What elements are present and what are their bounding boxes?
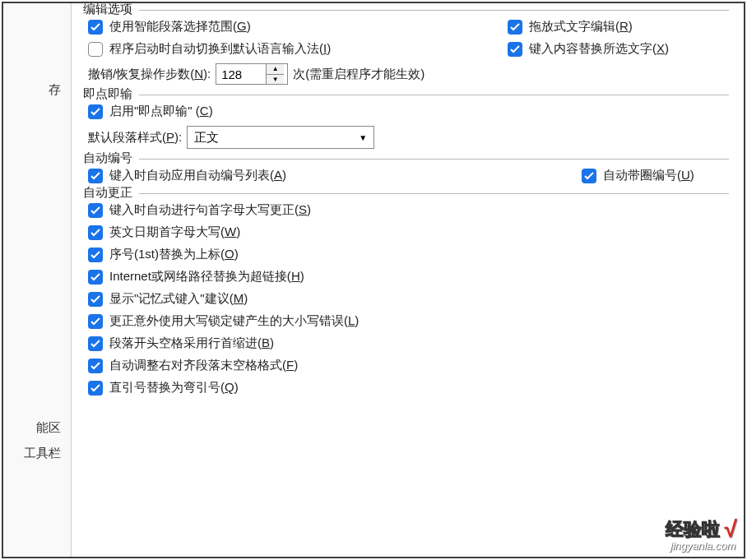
- sidebar-item-ribbon[interactable]: 能区: [3, 415, 71, 441]
- label-switch-ime: 程序启动时自动切换到默认语言输入法(I): [109, 41, 331, 57]
- label-capslock: 更正意外使用大写锁定键产生的大小写错误(L): [109, 313, 359, 329]
- label-default-para-style: 默认段落样式(P):: [88, 130, 182, 146]
- label-apply-number-list: 键入时自动应用自动编号列表(A): [109, 168, 286, 183]
- group-edit-options: 编辑选项 使用智能段落选择范围(G) 拖放式文字编辑(R) 程序启动时自动切换到…: [83, 10, 729, 85]
- sidebar: 存 能区 工具栏: [3, 3, 72, 557]
- label-undo-steps: 撤销/恢复操作步数(N):: [88, 67, 211, 82]
- checkbox-cap-sentence[interactable]: [88, 203, 103, 218]
- label-smart-paragraph: 使用智能段落选择范围(G): [109, 19, 251, 35]
- legend-edit: 编辑选项: [83, 3, 139, 17]
- label-indent: 段落开头空格采用行首缩进(B): [109, 336, 274, 351]
- checkbox-capslock[interactable]: [88, 314, 103, 329]
- combo-value: 正文: [194, 130, 219, 146]
- checkbox-switch-ime[interactable]: [88, 42, 103, 57]
- checkbox-drag-drop[interactable]: [508, 20, 522, 35]
- label-cap-sentence: 键入时自动进行句首字母大写更正(S): [109, 202, 311, 218]
- checkbox-replace-selection[interactable]: [508, 42, 522, 57]
- label-quotes: 直引号替换为弯引号(Q): [109, 380, 239, 396]
- group-click-and-type: 即点即输 启用"即点即输" (C) 默认段落样式(P): 正文 ▼: [83, 95, 729, 149]
- checkbox-indent[interactable]: [88, 336, 103, 351]
- checkbox-memory-type[interactable]: [88, 292, 103, 307]
- label-internet: Internet或网络路径替换为超链接(H): [109, 269, 304, 285]
- label-enable-click-type: 启用"即点即输" (C): [109, 104, 213, 119]
- checkbox-cap-date[interactable]: [88, 225, 103, 240]
- legend-click-type: 即点即输: [83, 86, 139, 102]
- spinbox-undo-steps[interactable]: ▲ ▼: [216, 63, 288, 85]
- checkbox-apply-number-list[interactable]: [88, 169, 103, 183]
- label-drag-drop: 拖放式文字编辑(R): [529, 19, 633, 35]
- checkbox-ordinal[interactable]: [88, 248, 103, 262]
- chevron-down-icon: ▼: [359, 133, 367, 142]
- label-align: 自动调整右对齐段落末空格格式(F): [109, 358, 298, 373]
- spin-down-icon[interactable]: ▼: [267, 75, 284, 85]
- label-replace-selection: 键入内容替换所选文字(X): [529, 41, 669, 57]
- checkbox-circled-number[interactable]: [582, 169, 596, 183]
- legend-auto-correct: 自动更正: [83, 185, 139, 201]
- sidebar-item-save[interactable]: 存: [3, 77, 71, 103]
- checkbox-align[interactable]: [88, 359, 103, 373]
- label-memory-type: 显示"记忆式键入"建议(M): [109, 291, 248, 307]
- sidebar-item-toolbar[interactable]: 工具栏: [3, 441, 71, 466]
- checkbox-internet[interactable]: [88, 270, 103, 285]
- undo-steps-input[interactable]: [216, 64, 266, 84]
- checkbox-quotes[interactable]: [88, 381, 103, 396]
- main-panel: 编辑选项 使用智能段落选择范围(G) 拖放式文字编辑(R) 程序启动时自动切换到…: [72, 3, 744, 557]
- combo-default-para-style[interactable]: 正文 ▼: [187, 126, 374, 149]
- checkbox-smart-paragraph[interactable]: [88, 20, 103, 35]
- label-circled-number: 自动带圈编号(U): [603, 168, 694, 183]
- label-ordinal: 序号(1st)替换为上标(O): [109, 247, 239, 262]
- group-auto-correct: 自动更正 键入时自动进行句首字母大写更正(S) 英文日期首字母大写(W) 序号(…: [83, 193, 729, 396]
- legend-auto-number: 自动编号: [83, 150, 139, 166]
- label-cap-date: 英文日期首字母大写(W): [109, 224, 240, 240]
- label-undo-suffix: 次(需重启程序才能生效): [293, 67, 425, 82]
- checkbox-enable-click-type[interactable]: [88, 104, 103, 119]
- group-auto-number: 自动编号 键入时自动应用自动编号列表(A) 自动带圈编号(U): [83, 159, 729, 183]
- spin-up-icon[interactable]: ▲: [267, 64, 284, 75]
